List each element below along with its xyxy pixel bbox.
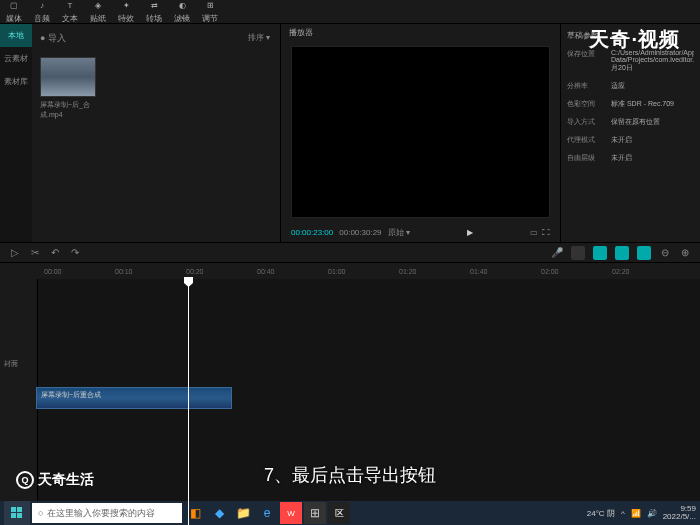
tray-up-icon[interactable]: ^ (621, 509, 625, 518)
sort-dropdown[interactable]: 排序 ▾ (248, 32, 270, 43)
taskbar-search[interactable]: ○ 在这里输入你要搜索的内容 (32, 503, 182, 523)
timecode-total: 00:00:30:29 (339, 228, 381, 237)
prop-value: 适应 (611, 81, 694, 91)
import-button[interactable]: ● 导入 (40, 32, 66, 45)
prop-value: 未开启 (611, 153, 694, 163)
prop-value: 标准 SDR - Rec.709 (611, 99, 694, 109)
svg-rect-0 (11, 507, 16, 512)
ruler-tick: 02:00 (541, 268, 559, 275)
timecode-current: 00:00:23:00 (291, 228, 333, 237)
timeline-toolbar: ▷ ✂ ↶ ↷ 🎤 ⊖ ⊕ (0, 242, 700, 262)
ruler-tick: 00:40 (257, 268, 275, 275)
redo-tool[interactable]: ↷ (68, 246, 82, 260)
track-label-cover: 封面 (4, 359, 18, 369)
fullscreen-icon[interactable]: ⛶ (542, 228, 550, 237)
play-button[interactable]: ▶ (467, 228, 473, 237)
tray-volume-icon[interactable]: 🔊 (647, 509, 657, 518)
task-icon-2[interactable]: ◆ (208, 502, 230, 524)
scale-icon[interactable]: ▭ (530, 228, 538, 237)
zoom-in-icon[interactable]: ⊕ (678, 246, 692, 260)
svg-rect-1 (17, 507, 22, 512)
media-thumbnail[interactable] (40, 57, 96, 97)
ruler-tick: 01:20 (399, 268, 417, 275)
timeline-ctrl-2[interactable] (593, 246, 607, 260)
ruler-tick: 01:00 (328, 268, 346, 275)
tray-network-icon[interactable]: 📶 (631, 509, 641, 518)
media-panel: 本地 云素材 素材库 ● 导入 排序 ▾ 屏幕录制~后_合成.mp4 (0, 24, 280, 242)
tool-filter[interactable]: ◐滤镜 (174, 0, 190, 24)
undo-tool[interactable]: ↶ (48, 246, 62, 260)
select-tool[interactable]: ▷ (8, 246, 22, 260)
watermark: 天奇·视频 (589, 26, 680, 53)
task-icon-app[interactable]: ⊞ (304, 502, 326, 524)
tool-sticker[interactable]: ◈贴纸 (90, 0, 106, 24)
tool-transition[interactable]: ⇄转场 (146, 0, 162, 24)
tool-effects[interactable]: ✦特效 (118, 0, 134, 24)
system-tray[interactable]: 24°C 阴 ^ 📶 🔊 9:59 2022/5/... (587, 505, 696, 521)
task-icon-folder[interactable]: 📁 (232, 502, 254, 524)
tool-audio[interactable]: ♪音频 (34, 0, 50, 24)
prop-value: 未开启 (611, 135, 694, 145)
tool-text[interactable]: T文本 (62, 0, 78, 24)
task-icon-edge[interactable]: e (256, 502, 278, 524)
clock-date[interactable]: 2022/5/... (663, 513, 696, 521)
start-button[interactable] (4, 501, 30, 525)
playhead[interactable] (188, 279, 189, 525)
video-clip[interactable]: 屏幕录制~后重合成 (36, 387, 232, 409)
media-tab-library[interactable]: 素材库 (0, 70, 32, 93)
weather-widget[interactable]: 24°C 阴 (587, 508, 615, 519)
timeline-ctrl-4[interactable] (637, 246, 651, 260)
logo-icon: Q (16, 471, 34, 489)
brand-logo: Q 天奇生活 (16, 471, 94, 489)
preview-header: 播放器 (281, 24, 560, 42)
timeline-ctrl-3[interactable] (615, 246, 629, 260)
prop-label: 代理模式 (567, 135, 603, 145)
timeline-ctrl-1[interactable] (571, 246, 585, 260)
prop-value: 保留在原有位置 (611, 117, 694, 127)
video-preview[interactable] (291, 46, 550, 218)
prop-label: 自由层级 (567, 153, 603, 163)
aspect-ratio-dropdown[interactable]: 原始 ▾ (388, 227, 410, 238)
task-icon-wps[interactable]: W (280, 502, 302, 524)
tool-media[interactable]: ▢媒体 (6, 0, 22, 24)
windows-taskbar: ○ 在这里输入你要搜索的内容 ◧ ◆ 📁 e W ⊞ 区 24°C 阴 ^ 📶 … (0, 501, 700, 525)
ruler-tick: 00:00 (44, 268, 62, 275)
prop-label: 分辨率 (567, 81, 603, 91)
preview-panel: 播放器 00:00:23:00 00:00:30:29 原始 ▾ ▶ ▭ ⛶ (280, 24, 560, 242)
media-tab-cloud[interactable]: 云素材 (0, 47, 32, 70)
tutorial-caption: 7、最后点击导出按钮 (0, 463, 700, 487)
ruler-tick: 01:40 (470, 268, 488, 275)
prop-label: 导入方式 (567, 117, 603, 127)
zoom-out-icon[interactable]: ⊖ (658, 246, 672, 260)
svg-rect-2 (11, 513, 16, 518)
main-toolbar: ▢媒体 ♪音频 T文本 ◈贴纸 ✦特效 ⇄转场 ◐滤镜 ⊞调节 (0, 0, 700, 24)
ruler-tick: 02:20 (612, 268, 630, 275)
search-icon: ○ (38, 508, 43, 518)
task-icon-jianying[interactable]: 区 (328, 502, 350, 524)
timeline-ruler[interactable]: 00:00 00:10 00:20 00:40 01:00 01:20 01:4… (0, 263, 700, 279)
media-tab-local[interactable]: 本地 (0, 24, 32, 47)
cut-tool[interactable]: ✂ (28, 246, 42, 260)
ruler-tick: 00:20 (186, 268, 204, 275)
properties-panel: 草稿参数 保存位置C:/Users/Administrator/AppData/… (560, 24, 700, 242)
mic-icon[interactable]: 🎤 (550, 246, 564, 260)
prop-label: 色彩空间 (567, 99, 603, 109)
media-thumbnail-label: 屏幕录制~后_合成.mp4 (40, 100, 100, 120)
svg-rect-3 (17, 513, 22, 518)
tool-adjust[interactable]: ⊞调节 (202, 0, 218, 24)
ruler-tick: 00:10 (115, 268, 133, 275)
